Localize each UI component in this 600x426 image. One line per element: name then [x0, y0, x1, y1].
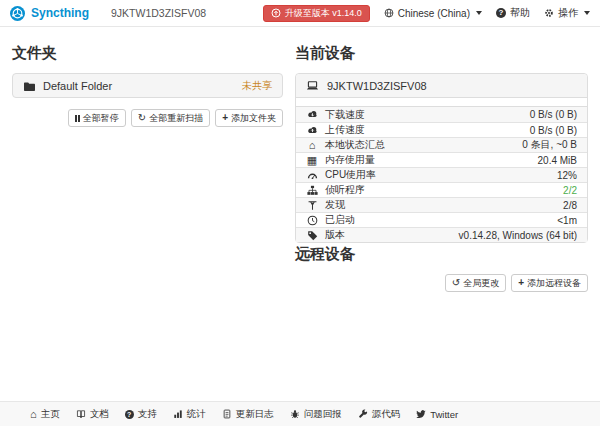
clock-icon [306, 215, 318, 226]
antenna-icon [306, 200, 318, 211]
row-value: 2/2 [563, 185, 577, 196]
footer-link-label: 更新日志 [236, 408, 274, 421]
row-value: 2/8 [563, 200, 577, 211]
navbar: Syncthing 9JKTW1D3ZISFV08 升级至版本 v1.14.0 … [0, 0, 600, 27]
row-label: 本地状态汇总 [325, 138, 385, 152]
wrench-icon [358, 409, 368, 419]
row-label: 侦听程序 [325, 183, 365, 197]
rescan-all-button[interactable]: ↻ 全部重新扫描 [131, 109, 210, 127]
row-label: 下载速度 [325, 108, 365, 122]
folder-icon [23, 80, 35, 92]
cloud-upload-icon [306, 125, 318, 136]
devices-section: 当前设备 9JKTW1D3ZISFV08 下载速度 0 B/s (0 B) 上传… [295, 42, 588, 292]
pause-all-label: 全部暂停 [83, 112, 119, 125]
row-label: CPU使用率 [325, 168, 376, 182]
add-remote-device-button[interactable]: + 添加远程设备 [511, 274, 588, 292]
footer-link-home[interactable]: ⌂ 主页 [30, 408, 60, 421]
footer-link-docs[interactable]: 文档 [76, 408, 109, 421]
sitemap-icon [306, 185, 318, 196]
footer-link-label: 问题回报 [304, 408, 342, 421]
footer-link-label: 源代码 [372, 408, 401, 421]
footer-link-label: Twitter [430, 409, 458, 420]
footer-link-source-code[interactable]: 源代码 [358, 408, 401, 421]
folder-row-default[interactable]: Default Folder 未共享 [12, 73, 283, 98]
row-value: 0 条目, ~0 B [522, 138, 577, 152]
table-row-version: 版本 v0.14.28, Windows (64 bit) [296, 227, 587, 242]
this-device-heading: 当前设备 [295, 44, 588, 63]
question-circle-icon: ? [125, 410, 134, 419]
table-row-discovery: 发现 2/8 [296, 197, 587, 212]
twitter-icon [416, 409, 426, 419]
row-label: 版本 [325, 228, 345, 242]
cloud-download-icon [306, 109, 318, 120]
question-circle-icon: ? [496, 8, 506, 18]
panel-gap [296, 98, 587, 107]
rescan-all-label: 全部重新扫描 [149, 112, 203, 125]
folders-heading: 文件夹 [12, 44, 283, 63]
row-label: 内存使用量 [325, 153, 375, 167]
home-icon: ⌂ [306, 140, 318, 151]
table-row-upload-rate: 上传速度 0 B/s (0 B) [296, 122, 587, 137]
row-label: 上传速度 [325, 123, 365, 137]
help-button[interactable]: ? 帮助 [496, 6, 530, 20]
table-row-uptime: 已启动 <1m [296, 212, 587, 227]
folder-name: Default Folder [43, 80, 112, 92]
gear-icon [544, 8, 554, 18]
footer-link-support[interactable]: ? 支持 [125, 408, 157, 421]
refresh-icon: ↻ [138, 113, 146, 123]
tag-icon [306, 230, 318, 241]
language-dropdown[interactable]: Chinese (China) [384, 8, 482, 19]
footer-link-bug-report[interactable]: 问题回报 [290, 408, 342, 421]
folders-section: 文件夹 Default Folder 未共享 全部暂停 ↻ 全部重新扫描 + 添… [12, 42, 283, 292]
this-device-stats-table: 下载速度 0 B/s (0 B) 上传速度 0 B/s (0 B) ⌂ 本地状态… [296, 107, 587, 242]
footer-link-statistics[interactable]: 统计 [173, 408, 206, 421]
home-icon: ⌂ [30, 409, 37, 420]
add-folder-button[interactable]: + 添加文件夹 [215, 109, 283, 127]
this-device-name: 9JKTW1D3ZISFV08 [327, 80, 427, 92]
add-folder-label: 添加文件夹 [231, 112, 276, 125]
actions-label: 操作 [558, 6, 578, 20]
table-row-local-state: ⌂ 本地状态汇总 0 条目, ~0 B [296, 137, 587, 152]
footer: ⌂ 主页 文档 ? 支持 统计 更新日志 问题回报 源代码 Twitter [0, 401, 600, 426]
navbar-device-id: 9JKTW1D3ZISFV08 [111, 7, 206, 19]
plus-icon: + [518, 278, 524, 288]
gauge-icon [306, 170, 318, 181]
footer-link-twitter[interactable]: Twitter [416, 409, 458, 420]
folder-status-badge: 未共享 [242, 79, 272, 93]
syncthing-logo[interactable]: Syncthing [10, 6, 89, 21]
undo-icon: ↺ [452, 278, 460, 288]
syncthing-logo-icon [10, 6, 25, 21]
laptop-icon [306, 79, 319, 92]
pause-icon [75, 115, 80, 122]
language-label: Chinese (China) [398, 8, 470, 19]
table-row-download-rate: 下载速度 0 B/s (0 B) [296, 107, 587, 122]
footer-link-label: 主页 [41, 408, 60, 421]
docs-icon [76, 409, 86, 419]
arrow-up-circle-icon [271, 8, 281, 18]
this-device-panel: 9JKTW1D3ZISFV08 下载速度 0 B/s (0 B) 上传速度 0 … [295, 73, 588, 243]
table-row-ram: ▦ 内存使用量 20.4 MiB [296, 152, 587, 167]
footer-link-changelog[interactable]: 更新日志 [222, 408, 274, 421]
row-label: 发现 [325, 198, 345, 212]
globe-icon [384, 8, 394, 18]
help-label: 帮助 [510, 6, 530, 20]
row-value: <1m [557, 215, 577, 226]
row-value: 20.4 MiB [538, 155, 577, 166]
remote-devices-heading: 远程设备 [295, 245, 588, 264]
actions-dropdown[interactable]: 操作 [544, 6, 590, 20]
footer-link-label: 文档 [90, 408, 109, 421]
brand-name: Syncthing [31, 6, 89, 20]
upgrade-label: 升级至版本 v1.14.0 [285, 7, 362, 20]
global-changes-button[interactable]: ↺ 全局更改 [445, 274, 506, 292]
global-changes-label: 全局更改 [463, 277, 499, 290]
pause-all-button[interactable]: 全部暂停 [68, 109, 126, 127]
row-value: 12% [557, 170, 577, 181]
chevron-down-icon [584, 11, 590, 15]
plus-icon: + [222, 113, 228, 123]
changelog-icon [222, 409, 232, 419]
footer-link-label: 统计 [187, 408, 206, 421]
ram-grid-icon: ▦ [306, 155, 318, 166]
this-device-header[interactable]: 9JKTW1D3ZISFV08 [296, 74, 587, 98]
row-value: 0 B/s (0 B) [530, 109, 577, 120]
upgrade-button[interactable]: 升级至版本 v1.14.0 [263, 5, 370, 22]
